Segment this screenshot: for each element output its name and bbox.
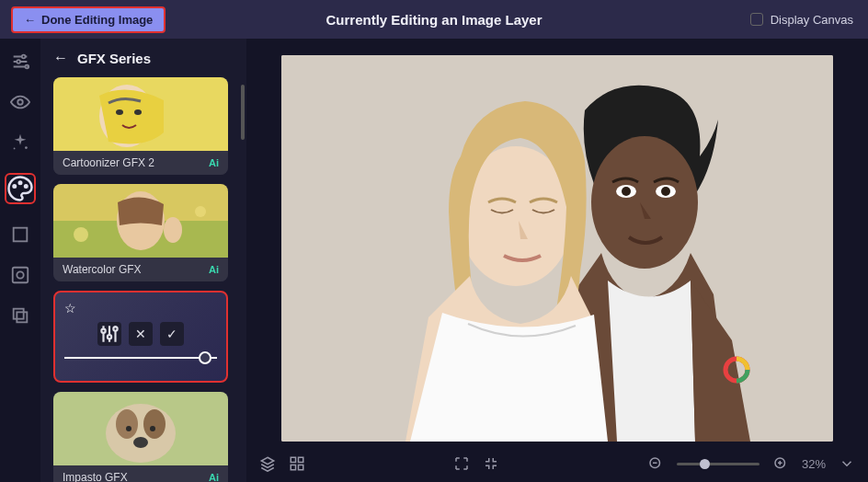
svg-point-6 [14,185,17,188]
card-label: Cartoonizer GFX 2 [63,156,154,169]
display-canvas-label: Display Canvas [771,13,853,27]
layers-icon[interactable] [259,455,276,472]
svg-point-2 [26,65,29,69]
intensity-slider[interactable] [64,357,217,359]
ai-tag: Ai [209,472,219,482]
adjust-icon[interactable] [10,52,30,72]
panel-header: ← GFX Series [53,50,237,66]
zoom-out-icon[interactable] [647,455,664,472]
apply-button[interactable]: ✓ [160,322,184,346]
svg-rect-41 [291,457,295,462]
page-title: Currently Editing an Image Layer [326,12,542,28]
svg-point-37 [622,187,631,196]
card-bar: Watercolor GFX Ai [53,258,228,281]
crop-icon[interactable] [10,224,30,245]
card-bar: Impasto GFX Ai [53,465,228,482]
selected-actions: ✕ ✓ [64,322,217,346]
svg-point-32 [126,426,131,431]
scrollbar[interactable] [241,85,245,140]
done-editing-button[interactable]: ← Done Editing Image [11,6,166,33]
svg-point-8 [25,185,28,188]
thumb-watercolor [53,184,228,258]
svg-point-23 [195,206,206,217]
top-bar: ← Done Editing Image Currently Editing a… [0,0,868,39]
ai-tag: Ai [209,264,219,275]
svg-point-0 [22,55,26,59]
card-label: Impasto GFX [63,471,128,482]
svg-point-21 [164,217,182,243]
zoom-value: 32% [802,457,826,471]
tool-rail [0,39,40,482]
bottom-toolbar: 32% [246,445,868,482]
palette-icon[interactable] [5,173,36,204]
thumb-impasto [53,392,228,465]
slider-track [64,357,217,359]
overlay-icon[interactable] [10,305,30,326]
effect-card-selected: ☆ ✕ ✓ [53,291,228,383]
svg-point-31 [133,437,148,448]
svg-point-1 [17,60,20,63]
card-bar: Cartoonizer GFX 2 Ai [53,151,228,175]
svg-point-35 [591,136,698,269]
zoom-slider[interactable] [677,463,760,465]
svg-point-28 [106,404,176,463]
thumb-cartoonizer [53,77,228,151]
svg-point-3 [17,99,23,105]
effect-card-watercolor[interactable]: Watercolor GFX Ai [53,184,228,281]
back-arrow-icon[interactable]: ← [53,50,68,66]
effect-card-cartoonizer[interactable]: Cartoonizer GFX 2 Ai [53,77,228,175]
svg-point-33 [150,426,155,431]
arrow-left-icon: ← [24,13,36,27]
zoom-in-icon[interactable] [772,455,789,472]
svg-point-29 [116,409,138,439]
svg-rect-13 [17,312,27,322]
svg-point-16 [116,109,123,115]
card-label: Watercolor GFX [63,263,142,276]
svg-point-7 [19,182,22,185]
svg-point-5 [14,148,16,150]
zoom-knob[interactable] [700,459,710,469]
effects-panel: ← GFX Series Cartoonizer GFX 2 Ai Waterc… [40,39,246,482]
svg-rect-10 [13,268,29,283]
sparkle-icon[interactable] [10,132,30,153]
done-label: Done Editing Image [41,13,153,27]
svg-point-26 [113,327,117,330]
svg-point-22 [74,227,88,242]
checkbox-icon [750,13,763,26]
cancel-button[interactable]: ✕ [129,322,153,346]
canvas-stage: 32% [246,39,868,482]
display-canvas-toggle[interactable]: Display Canvas [750,13,853,27]
canvas-image[interactable] [281,55,833,442]
svg-point-25 [108,335,111,339]
texture-icon[interactable] [10,265,30,285]
svg-point-4 [25,146,28,149]
star-icon[interactable]: ☆ [64,301,76,316]
panel-title: GFX Series [77,51,151,66]
svg-point-11 [17,271,23,278]
slider-knob[interactable] [199,351,211,364]
svg-point-24 [101,329,105,333]
svg-point-17 [134,109,142,115]
canvas-wrap [246,39,868,445]
svg-rect-42 [299,457,303,462]
ai-tag: Ai [209,157,219,168]
grid-icon[interactable] [289,455,305,472]
expand-icon[interactable] [453,455,470,472]
chevron-down-icon[interactable] [839,455,855,472]
svg-point-30 [143,409,166,439]
settings-button[interactable] [97,322,121,346]
effect-card-impasto[interactable]: Impasto GFX Ai [53,392,228,482]
main-area: ← GFX Series Cartoonizer GFX 2 Ai Waterc… [0,39,868,482]
svg-rect-43 [291,465,295,470]
svg-rect-9 [14,228,28,242]
svg-rect-44 [299,465,303,470]
eye-icon[interactable] [10,92,30,112]
svg-point-39 [661,187,670,196]
collapse-icon[interactable] [483,455,499,472]
svg-rect-12 [14,309,24,319]
